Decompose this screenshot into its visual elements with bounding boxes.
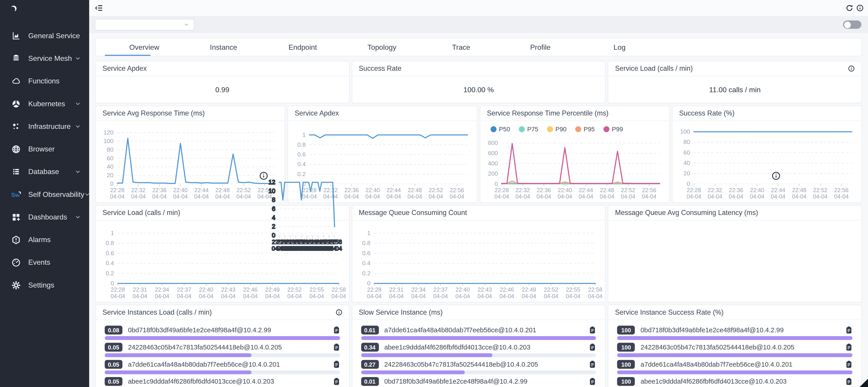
svg-text:22:56: 22:56 (450, 187, 464, 193)
svg-text:04-04: 04-04 (243, 293, 258, 299)
sidebar-item-label: Functions (28, 77, 60, 85)
svg-text:04-04: 04-04 (152, 193, 167, 200)
value-badge: 0.08 (104, 325, 122, 334)
svg-text:0.8: 0.8 (106, 240, 114, 246)
svg-text:200: 200 (488, 170, 498, 177)
refresh-icon[interactable] (846, 4, 853, 12)
chart-canvas[interactable] (608, 221, 861, 302)
chevron-down-icon (75, 56, 81, 62)
clipboard-icon[interactable] (589, 360, 596, 368)
chart-canvas[interactable]: 00.20.40.60.8122:2804-0422:3104-0422:340… (352, 221, 605, 302)
svg-text:22:31: 22:31 (389, 286, 403, 293)
chart-icon (11, 31, 21, 40)
value-badge: 0.34 (361, 343, 378, 351)
value-badge: 0.27 (361, 360, 378, 368)
sidebar-item-settings[interactable]: Settings (0, 274, 89, 296)
clipboard-icon[interactable] (589, 326, 596, 333)
info-icon[interactable] (336, 309, 342, 316)
sidebar-item-self-observability[interactable]: Sw Self Observability (0, 183, 89, 206)
card-title: Service Response Time Percentile (ms) (487, 109, 663, 117)
list-body: 0.08 0bd718f0b3df49a6bfe1e2ce48f98a4f@10… (96, 320, 349, 387)
tab-instance[interactable]: Instance (184, 38, 263, 56)
sidebar-item-alarms[interactable]: Alarms (0, 228, 89, 251)
svg-text:04-04: 04-04 (729, 193, 743, 200)
svg-text:P75: P75 (527, 126, 538, 133)
chart-canvas[interactable]: 020040060080022:2804-0422:3204-0422:3604… (480, 121, 669, 203)
svg-text:1: 1 (111, 230, 114, 237)
corner-resize-handle[interactable] (860, 379, 868, 387)
svg-text:4: 4 (272, 214, 275, 221)
tab-log[interactable]: Log (580, 38, 659, 56)
svg-text:0: 0 (687, 180, 690, 187)
chart-canvas[interactable]: 02040608010012022:2804-0422:3204-0422:36… (96, 121, 285, 203)
chevron-down-icon (75, 169, 81, 175)
version-toggle[interactable] (843, 20, 862, 29)
sidebar-item-infrastructure[interactable]: Infrastructure (0, 115, 89, 138)
chart-card-message-queue-avg-consuming-latency-ms: Message Queue Avg Consuming Latency (ms) (608, 205, 862, 302)
clipboard-icon[interactable] (845, 326, 852, 333)
svg-text:04-04: 04-04 (389, 293, 403, 299)
list-item: 0.34 abee1c9dddaf4f6286fbf6dfd4013cce@10… (361, 342, 596, 357)
sidebar-item-database[interactable]: Database (0, 160, 89, 183)
chart-card-service-load-calls-min: Service Load (calls / min) 02468101222:2… (95, 205, 349, 302)
value-badge: 0.05 (104, 360, 122, 368)
progress-fill (104, 336, 340, 340)
sidebar-item-label: Service Mesh (28, 54, 72, 63)
tab-trace[interactable]: Trace (422, 38, 501, 56)
instance-name: a7dde61ca4fa48a4b80dab7f7eeb56ce@10.4.0.… (641, 360, 845, 368)
clipboard-icon[interactable] (845, 360, 852, 368)
svg-text:04-04: 04-04 (588, 293, 602, 299)
card-header: Service Instance Success Rate (%) (608, 305, 861, 320)
tab-profile[interactable]: Profile (501, 38, 580, 56)
sidebar-item-dashboards[interactable]: Dashboards (0, 206, 89, 228)
sidebar-item-general-service[interactable]: General Service (0, 25, 89, 47)
svg-text:22:46: 22:46 (499, 286, 514, 293)
collapse-sidebar-icon[interactable] (95, 4, 103, 12)
progress-fill (104, 353, 251, 357)
info-icon[interactable] (848, 65, 855, 72)
sidebar-nav: General Service Service Mesh Functions K… (0, 25, 89, 296)
sidebar-item-label: Events (28, 258, 50, 267)
svg-text:60: 60 (683, 149, 690, 156)
sidebar-item-functions[interactable]: Functions (0, 70, 89, 92)
time-range-picker[interactable] (839, 5, 842, 11)
svg-text:22:34: 22:34 (155, 286, 169, 293)
progress-track (361, 353, 596, 357)
svg-text:22:40: 22:40 (366, 187, 380, 193)
instance-name: 0bd718f0b3df49a6bfe1e2ce48f98a4f@10.4.2.… (641, 326, 845, 333)
clipboard-icon[interactable] (845, 377, 852, 385)
card-title: Message Queue Consuming Count (359, 209, 598, 217)
metric-card-success-rate: Success Rate 100.00 % (351, 61, 606, 103)
clipboard-icon[interactable] (845, 343, 852, 351)
list-card-service-instance-success-rate: Service Instance Success Rate (%) 100 0b… (608, 305, 862, 387)
clipboard-icon[interactable] (589, 343, 596, 351)
tab-bar: OverviewInstanceEndpointTopologyTracePro… (95, 38, 862, 56)
clipboard-icon[interactable] (333, 360, 340, 368)
cloud-icon (11, 77, 21, 85)
tab-topology[interactable]: Topology (342, 38, 422, 56)
metric-card-service-load-calls-min: Service Load (calls / min) 11.00 calls /… (608, 61, 862, 103)
crescent-icon (10, 4, 17, 15)
svg-text:8: 8 (272, 197, 275, 203)
svg-text:12: 12 (268, 179, 275, 185)
progress-fill (617, 353, 852, 357)
instance-name: 0bd718f0b3df49a6bfe1e2ce48f98a4f@10.4.2.… (128, 326, 333, 333)
info-icon[interactable] (857, 4, 864, 12)
tab-overview[interactable]: Overview (104, 38, 184, 56)
sidebar-item-kubernetes[interactable]: Kubernetes (0, 92, 89, 115)
clipboard-icon[interactable] (333, 343, 340, 351)
svg-text:0.4: 0.4 (298, 161, 306, 168)
sidebar-item-service-mesh[interactable]: Service Mesh (0, 47, 89, 70)
clipboard-icon[interactable] (333, 326, 340, 333)
instance-name: abee1c9dddaf4f6286fbf6dfd4013cce@10.4.0.… (641, 377, 845, 385)
service-select[interactable] (95, 19, 194, 30)
svg-text:04-04: 04-04 (558, 193, 572, 200)
clipboard-icon[interactable] (333, 377, 340, 385)
svg-text:800: 800 (488, 139, 498, 146)
sidebar-item-events[interactable]: Events (0, 251, 89, 274)
chart-canvas[interactable]: 00.20.40.60.8122:2804-0422:3104-0422:340… (96, 221, 349, 302)
svg-text:22:40: 22:40 (455, 286, 469, 293)
clipboard-icon[interactable] (589, 377, 596, 385)
sidebar-item-browser[interactable]: Browser (0, 138, 89, 160)
tab-endpoint[interactable]: Endpoint (263, 38, 342, 56)
